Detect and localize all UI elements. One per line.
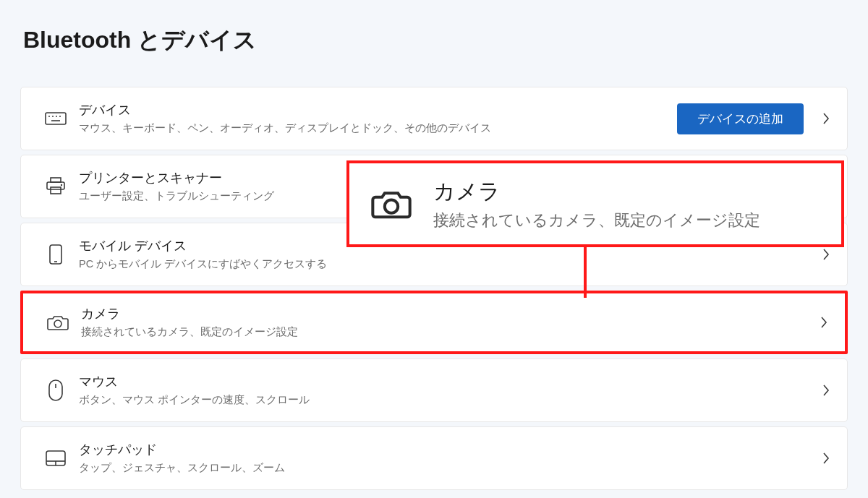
callout-connector (584, 247, 587, 298)
touchpad-icon (37, 450, 75, 467)
camera-icon (39, 314, 77, 331)
svg-rect-8 (51, 187, 61, 194)
svg-rect-0 (46, 113, 66, 124)
svg-rect-13 (49, 380, 62, 400)
row-mobile-desc: PC からモバイル デバイスにすばやくアクセスする (79, 257, 821, 271)
mouse-icon (37, 379, 75, 401)
camera-icon (362, 188, 420, 220)
chevron-right-icon (821, 246, 831, 262)
svg-rect-6 (51, 178, 61, 182)
camera-callout-label: カメラ (433, 178, 760, 205)
row-touchpad-label: タッチパッド (79, 442, 821, 458)
row-touchpad[interactable]: タッチパッド タップ、ジェスチャ、スクロール、ズーム (20, 426, 848, 490)
chevron-right-icon (819, 314, 829, 330)
row-camera-label: カメラ (81, 306, 819, 322)
svg-point-12 (54, 320, 61, 327)
chevron-right-icon (821, 382, 831, 398)
row-devices-desc: マウス、キーボード、ペン、オーディオ、ディスプレイとドック、その他のデバイス (79, 121, 677, 135)
row-mouse[interactable]: マウス ボタン、マウス ポインターの速度、スクロール (20, 359, 848, 422)
svg-point-9 (61, 184, 62, 186)
row-camera[interactable]: カメラ 接続されているカメラ、既定のイメージ設定 (20, 291, 848, 354)
camera-callout: カメラ 接続されているカメラ、既定のイメージ設定 (346, 160, 844, 247)
svg-rect-10 (50, 245, 61, 264)
row-mouse-desc: ボタン、マウス ポインターの速度、スクロール (79, 393, 821, 407)
keyboard-icon (37, 110, 75, 127)
phone-icon (37, 244, 75, 265)
row-devices[interactable]: デバイス マウス、キーボード、ペン、オーディオ、ディスプレイとドック、その他のデ… (20, 87, 848, 150)
row-touchpad-desc: タップ、ジェスチャ、スクロール、ズーム (79, 461, 821, 475)
row-camera-desc: 接続されているカメラ、既定のイメージ設定 (81, 325, 819, 339)
camera-callout-desc: 接続されているカメラ、既定のイメージ設定 (433, 210, 760, 231)
add-device-button[interactable]: デバイスの追加 (677, 103, 804, 134)
printer-icon (37, 177, 75, 196)
page-title: Bluetooth とデバイス (23, 25, 848, 56)
chevron-right-icon (821, 111, 831, 126)
settings-list: デバイス マウス、キーボード、ペン、オーディオ、ディスプレイとドック、その他のデ… (20, 87, 848, 490)
svg-point-18 (385, 200, 398, 213)
chevron-right-icon (821, 450, 831, 466)
row-devices-label: デバイス (79, 102, 677, 119)
row-mouse-label: マウス (79, 374, 821, 390)
